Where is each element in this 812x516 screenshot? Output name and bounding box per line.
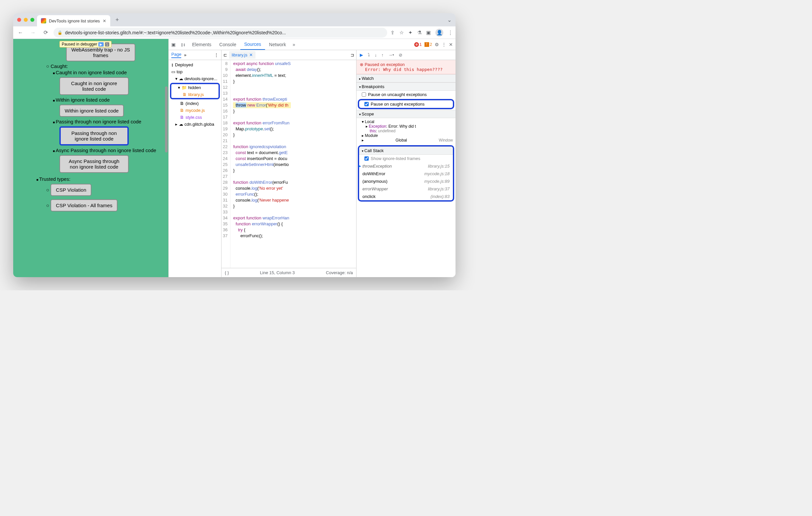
toggle-debug-icon[interactable]: ⊐	[351, 53, 354, 57]
callstack-section[interactable]: Call Stack	[359, 147, 453, 155]
tab-console[interactable]: Console	[215, 39, 240, 50]
minimize-window-button[interactable]	[24, 18, 28, 22]
callstack-frame[interactable]: throwExceptionlibrary.js:15	[359, 162, 453, 170]
forward-button[interactable]: →	[28, 30, 38, 36]
libraryjs-file[interactable]: 🗎 library.js	[171, 91, 219, 98]
call-stack-box: Call Stack Show ignore-listed frames thr…	[358, 145, 454, 202]
pause-reason-banner: ⊗ Paused on exception Error: Why did thi…	[356, 60, 456, 74]
async-passing-button[interactable]: Async Passing through non ignore listed …	[59, 155, 129, 173]
code-editor-pane: ⊏ library.js ✕ ⊐ 89101112131415161718192…	[222, 50, 356, 277]
csp-violation-all-button[interactable]: CSP Violation - All frames	[51, 199, 117, 211]
scope-body: ▾ Local ▸ Exception: Error: Why did t th…	[356, 118, 456, 144]
devtools-panel: ▣ ⫿⫾ Elements Console Sources Network » …	[168, 39, 456, 277]
url-text: devtools-ignore-list-stories.glitch.me/#…	[65, 30, 286, 35]
tab-network[interactable]: Network	[265, 39, 290, 50]
bookmark-icon[interactable]: ☆	[399, 30, 404, 36]
tab-title: DevTools ignore list stories	[49, 19, 100, 24]
caught-heading: Caught:	[46, 63, 168, 69]
close-window-button[interactable]	[17, 18, 21, 22]
callstack-frame[interactable]: (anonymous)mycode.js:89	[359, 178, 453, 185]
extension2-icon[interactable]: ▣	[426, 30, 431, 36]
csp-violation-button[interactable]: CSP Violation	[51, 184, 91, 196]
extensions-icon[interactable]: ✦	[408, 30, 413, 36]
toggle-nav-icon[interactable]: ⊏	[224, 53, 227, 57]
step-into-button[interactable]: ↓	[375, 53, 377, 57]
stylecss-file[interactable]: 🗎 style.css	[169, 114, 221, 121]
bp-uncaught-checkbox[interactable]: Pause on uncaught exceptions	[356, 91, 456, 98]
show-ignored-checkbox[interactable]: Show ignore-listed frames	[359, 155, 453, 162]
trusted-types-heading: Trusted types:	[36, 176, 168, 182]
new-tab-button[interactable]: +	[113, 17, 122, 24]
callstack-frame[interactable]: onclick(index):83	[359, 193, 453, 200]
index-file[interactable]: 🗎 (index)	[169, 100, 221, 107]
close-tab-icon[interactable]: ✕	[103, 19, 106, 24]
step-over-button[interactable]: ⤵	[368, 53, 370, 57]
resume-icon[interactable]: ▶	[98, 42, 104, 47]
browser-tab[interactable]: DevTools ignore list stories ✕	[37, 15, 110, 26]
browser-window: DevTools ignore list stories ✕ + ⌄ ← → ⟳…	[13, 13, 456, 277]
maximize-window-button[interactable]	[30, 18, 34, 22]
error-count[interactable]: 1	[414, 42, 422, 47]
titlebar: DevTools ignore list stories ✕ + ⌄	[13, 13, 456, 26]
scope-section[interactable]: Scope	[356, 110, 456, 118]
file-tab-libraryjs[interactable]: library.js ✕	[229, 51, 256, 59]
mycode-file[interactable]: 🗎 mycode.js	[169, 107, 221, 114]
passing-through-button[interactable]: Passing through non ignore listed code	[59, 126, 129, 146]
back-button[interactable]: ←	[16, 30, 25, 36]
bp-caught-checkbox[interactable]: Pause on caught exceptions	[358, 99, 454, 109]
hidden-folder[interactable]: ▾ 📁 hidden	[171, 84, 219, 91]
callstack-frame[interactable]: errorWrapperlibrary.js:37	[359, 185, 453, 193]
url-bar: ← → ⟳ 🔒 devtools-ignore-list-stories.gli…	[13, 26, 456, 39]
close-devtools-icon[interactable]: ✕	[449, 42, 453, 47]
device-icon[interactable]: ⫿⫾	[178, 42, 188, 47]
top-node[interactable]: ▭ top	[169, 68, 221, 75]
callstack-frame[interactable]: doWithErrormycode.js:18	[359, 170, 453, 178]
page-subtab[interactable]: Page	[171, 52, 181, 58]
caught-non-ignore-button[interactable]: Caught in non ignore listed code	[59, 77, 129, 95]
step-over-icon[interactable]: ⤵	[105, 42, 109, 47]
tab-elements[interactable]: Elements	[188, 39, 215, 50]
format-icon[interactable]: { }	[225, 270, 229, 275]
editor-status-bar: { } Line 15, Column 3 Coverage: n/a	[222, 268, 356, 277]
breakpoints-section[interactable]: Breakpoints	[356, 83, 456, 91]
share-icon[interactable]: ⇪	[390, 30, 395, 36]
list-item: Async Passing through non ignore listed …	[53, 148, 168, 153]
tab-overflow-icon[interactable]: ⌄	[447, 17, 452, 23]
kebab-icon[interactable]: ⋮	[442, 42, 446, 47]
close-file-icon[interactable]: ✕	[249, 53, 253, 57]
warning-count[interactable]: 2	[425, 42, 432, 47]
labs-icon[interactable]: ⚗	[417, 30, 422, 36]
page-scrollbar[interactable]	[165, 86, 168, 152]
settings-icon[interactable]: ⚙	[435, 42, 439, 47]
step-out-button[interactable]: ↑	[382, 53, 384, 57]
main-split: Paused in debugger ▶ ⤵ WebAssembly trap …	[13, 39, 456, 277]
more-nav-icon[interactable]: »	[184, 53, 186, 57]
origin-node[interactable]: ▾ ☁ devtools-ignore...	[169, 75, 221, 82]
menu-icon[interactable]: ⋮	[448, 30, 453, 36]
within-ignore-button[interactable]: Within ignore listed code	[59, 104, 124, 117]
paused-badge-label: Paused in debugger	[62, 42, 97, 47]
list-item: Passing through non ignore listed code	[53, 119, 168, 124]
code-area[interactable]: 8910111213141516171819202122232425262728…	[222, 60, 356, 268]
lock-icon: 🔒	[57, 30, 62, 35]
favicon-icon	[41, 18, 46, 24]
step-button[interactable]: →•	[388, 53, 394, 57]
more-tabs-icon[interactable]: »	[290, 42, 298, 47]
code-text: export async function unsafeS await dela…	[230, 60, 290, 268]
line-gutter: 8910111213141516171819202122232425262728…	[222, 60, 230, 268]
nav-kebab-icon[interactable]: ⋮	[214, 53, 219, 57]
profile-avatar[interactable]: 👤	[435, 29, 443, 37]
tab-sources[interactable]: Sources	[240, 39, 265, 50]
navigator-tabs: Page » ⋮	[169, 50, 221, 60]
address-bar[interactable]: 🔒 devtools-ignore-list-stories.glitch.me…	[54, 28, 387, 38]
reload-button[interactable]: ⟳	[41, 29, 50, 36]
resume-button[interactable]: ▶	[360, 53, 363, 57]
watch-section[interactable]: Watch	[356, 74, 456, 83]
deployed-node[interactable]: ⫿ Deployed	[169, 61, 221, 68]
cdn-node[interactable]: ▸ ☁ cdn.glitch.globa	[169, 121, 221, 128]
navigator-pane: Page » ⋮ ⫿ Deployed ▭ top ▾ ☁ devtools-i…	[169, 50, 222, 277]
file-tree: ⫿ Deployed ▭ top ▾ ☁ devtools-ignore... …	[169, 60, 221, 277]
page-content-area: Paused in debugger ▶ ⤵ WebAssembly trap …	[13, 39, 168, 277]
deactivate-bp-icon[interactable]: ⊘	[399, 53, 402, 57]
inspect-icon[interactable]: ▣	[169, 42, 178, 47]
